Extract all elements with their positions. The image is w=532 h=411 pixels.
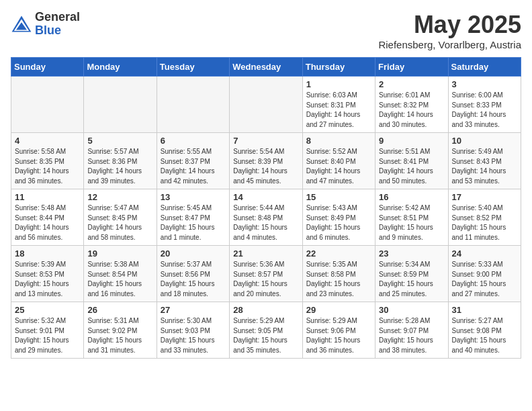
title-location: Riefensberg, Vorarlberg, Austria bbox=[378, 39, 521, 50]
day-info: Sunrise: 5:55 AMSunset: 8:37 PMDaylight:… bbox=[161, 147, 226, 186]
day-info: Sunrise: 5:45 AMSunset: 8:47 PMDaylight:… bbox=[161, 203, 226, 242]
day-number: 30 bbox=[379, 305, 444, 315]
logo-blue: Blue bbox=[35, 24, 80, 38]
calendar-table: SundayMondayTuesdayWednesdayThursdayFrid… bbox=[11, 57, 521, 359]
page-header: General Blue May 2025 Riefensberg, Vorar… bbox=[11, 11, 521, 50]
title-block: May 2025 Riefensberg, Vorarlberg, Austri… bbox=[378, 11, 521, 50]
calendar-week-row: 11Sunrise: 5:48 AMSunset: 8:44 PMDayligh… bbox=[11, 189, 521, 246]
day-info: Sunrise: 6:03 AMSunset: 8:31 PMDaylight:… bbox=[306, 91, 371, 130]
calendar-cell: 17Sunrise: 5:40 AMSunset: 8:52 PMDayligh… bbox=[448, 189, 521, 246]
day-number: 26 bbox=[87, 305, 152, 315]
weekday-header-wednesday: Wednesday bbox=[230, 58, 302, 77]
day-number: 12 bbox=[87, 192, 152, 202]
day-number: 31 bbox=[452, 305, 517, 315]
day-number: 9 bbox=[379, 136, 444, 146]
day-info: Sunrise: 5:31 AMSunset: 9:02 PMDaylight:… bbox=[87, 316, 152, 355]
calendar-cell: 7Sunrise: 5:54 AMSunset: 8:39 PMDaylight… bbox=[230, 133, 302, 189]
day-number: 7 bbox=[233, 136, 298, 146]
day-number: 18 bbox=[15, 248, 80, 259]
day-info: Sunrise: 5:47 AMSunset: 8:45 PMDaylight:… bbox=[87, 203, 152, 242]
day-number: 23 bbox=[379, 248, 444, 259]
day-info: Sunrise: 6:01 AMSunset: 8:32 PMDaylight:… bbox=[379, 91, 444, 130]
logo-text: General Blue bbox=[35, 11, 80, 38]
calendar-cell: 6Sunrise: 5:55 AMSunset: 8:37 PMDaylight… bbox=[157, 133, 229, 189]
day-info: Sunrise: 5:28 AMSunset: 9:07 PMDaylight:… bbox=[379, 316, 444, 355]
calendar-cell bbox=[84, 77, 157, 133]
day-number: 19 bbox=[87, 248, 152, 259]
calendar-cell: 27Sunrise: 5:30 AMSunset: 9:03 PMDayligh… bbox=[157, 302, 229, 359]
weekday-header-saturday: Saturday bbox=[448, 58, 521, 77]
day-info: Sunrise: 5:52 AMSunset: 8:40 PMDaylight:… bbox=[306, 147, 371, 186]
calendar-cell: 23Sunrise: 5:34 AMSunset: 8:59 PMDayligh… bbox=[375, 246, 448, 302]
day-info: Sunrise: 5:37 AMSunset: 8:56 PMDaylight:… bbox=[161, 260, 226, 299]
calendar-cell: 3Sunrise: 6:00 AMSunset: 8:33 PMDaylight… bbox=[448, 77, 521, 133]
calendar-cell: 1Sunrise: 6:03 AMSunset: 8:31 PMDaylight… bbox=[302, 77, 375, 133]
day-number: 11 bbox=[15, 192, 80, 202]
calendar-cell bbox=[157, 77, 229, 133]
day-number: 20 bbox=[161, 248, 226, 259]
day-info: Sunrise: 5:57 AMSunset: 8:36 PMDaylight:… bbox=[87, 147, 152, 186]
day-number: 2 bbox=[379, 79, 444, 89]
calendar-cell: 13Sunrise: 5:45 AMSunset: 8:47 PMDayligh… bbox=[157, 189, 229, 246]
day-number: 3 bbox=[452, 79, 517, 89]
day-info: Sunrise: 5:32 AMSunset: 9:01 PMDaylight:… bbox=[15, 316, 80, 355]
calendar-cell: 16Sunrise: 5:42 AMSunset: 8:51 PMDayligh… bbox=[375, 189, 448, 246]
day-info: Sunrise: 5:58 AMSunset: 8:35 PMDaylight:… bbox=[15, 147, 80, 186]
day-number: 4 bbox=[15, 136, 80, 146]
day-info: Sunrise: 6:00 AMSunset: 8:33 PMDaylight:… bbox=[452, 91, 517, 130]
day-number: 14 bbox=[233, 192, 298, 202]
day-info: Sunrise: 5:36 AMSunset: 8:57 PMDaylight:… bbox=[233, 260, 298, 299]
calendar-cell: 2Sunrise: 6:01 AMSunset: 8:32 PMDaylight… bbox=[375, 77, 448, 133]
calendar-cell: 12Sunrise: 5:47 AMSunset: 8:45 PMDayligh… bbox=[84, 189, 157, 246]
calendar-cell: 29Sunrise: 5:29 AMSunset: 9:06 PMDayligh… bbox=[302, 302, 375, 359]
day-number: 27 bbox=[161, 305, 226, 315]
day-number: 10 bbox=[452, 136, 517, 146]
calendar-cell: 15Sunrise: 5:43 AMSunset: 8:49 PMDayligh… bbox=[302, 189, 375, 246]
day-info: Sunrise: 5:39 AMSunset: 8:53 PMDaylight:… bbox=[15, 260, 80, 299]
calendar-cell: 21Sunrise: 5:36 AMSunset: 8:57 PMDayligh… bbox=[230, 246, 302, 302]
calendar-cell bbox=[11, 77, 84, 133]
day-number: 8 bbox=[306, 136, 371, 146]
day-info: Sunrise: 5:35 AMSunset: 8:58 PMDaylight:… bbox=[306, 260, 371, 299]
day-info: Sunrise: 5:40 AMSunset: 8:52 PMDaylight:… bbox=[452, 203, 517, 242]
day-number: 21 bbox=[233, 248, 298, 259]
calendar-week-row: 18Sunrise: 5:39 AMSunset: 8:53 PMDayligh… bbox=[11, 246, 521, 302]
calendar-cell: 20Sunrise: 5:37 AMSunset: 8:56 PMDayligh… bbox=[157, 246, 229, 302]
calendar-cell: 31Sunrise: 5:27 AMSunset: 9:08 PMDayligh… bbox=[448, 302, 521, 359]
calendar-cell: 24Sunrise: 5:33 AMSunset: 9:00 PMDayligh… bbox=[448, 246, 521, 302]
day-info: Sunrise: 5:27 AMSunset: 9:08 PMDaylight:… bbox=[452, 316, 517, 355]
day-info: Sunrise: 5:48 AMSunset: 8:44 PMDaylight:… bbox=[15, 203, 80, 242]
day-info: Sunrise: 5:49 AMSunset: 8:43 PMDaylight:… bbox=[452, 147, 517, 186]
calendar-cell: 9Sunrise: 5:51 AMSunset: 8:41 PMDaylight… bbox=[375, 133, 448, 189]
calendar-week-row: 4Sunrise: 5:58 AMSunset: 8:35 PMDaylight… bbox=[11, 133, 521, 189]
day-number: 6 bbox=[161, 136, 226, 146]
day-info: Sunrise: 5:34 AMSunset: 8:59 PMDaylight:… bbox=[379, 260, 444, 299]
calendar-cell: 8Sunrise: 5:52 AMSunset: 8:40 PMDaylight… bbox=[302, 133, 375, 189]
weekday-header-thursday: Thursday bbox=[302, 58, 375, 77]
calendar-cell bbox=[230, 77, 302, 133]
calendar-cell: 25Sunrise: 5:32 AMSunset: 9:01 PMDayligh… bbox=[11, 302, 84, 359]
day-number: 13 bbox=[161, 192, 226, 202]
day-number: 5 bbox=[87, 136, 152, 146]
calendar-cell: 5Sunrise: 5:57 AMSunset: 8:36 PMDaylight… bbox=[84, 133, 157, 189]
weekday-header-monday: Monday bbox=[84, 58, 157, 77]
day-info: Sunrise: 5:29 AMSunset: 9:06 PMDaylight:… bbox=[306, 316, 371, 355]
calendar-cell: 28Sunrise: 5:29 AMSunset: 9:05 PMDayligh… bbox=[230, 302, 302, 359]
title-month: May 2025 bbox=[378, 11, 521, 39]
day-number: 1 bbox=[306, 79, 371, 89]
calendar-week-row: 1Sunrise: 6:03 AMSunset: 8:31 PMDaylight… bbox=[11, 77, 521, 133]
day-info: Sunrise: 5:51 AMSunset: 8:41 PMDaylight:… bbox=[379, 147, 444, 186]
weekday-header-tuesday: Tuesday bbox=[157, 58, 229, 77]
day-info: Sunrise: 5:30 AMSunset: 9:03 PMDaylight:… bbox=[161, 316, 226, 355]
day-info: Sunrise: 5:42 AMSunset: 8:51 PMDaylight:… bbox=[379, 203, 444, 242]
calendar-cell: 22Sunrise: 5:35 AMSunset: 8:58 PMDayligh… bbox=[302, 246, 375, 302]
day-info: Sunrise: 5:43 AMSunset: 8:49 PMDaylight:… bbox=[306, 203, 371, 242]
calendar-week-row: 25Sunrise: 5:32 AMSunset: 9:01 PMDayligh… bbox=[11, 302, 521, 359]
day-number: 15 bbox=[306, 192, 371, 202]
logo: General Blue bbox=[11, 11, 80, 38]
day-info: Sunrise: 5:54 AMSunset: 8:39 PMDaylight:… bbox=[233, 147, 298, 186]
calendar-cell: 26Sunrise: 5:31 AMSunset: 9:02 PMDayligh… bbox=[84, 302, 157, 359]
day-info: Sunrise: 5:44 AMSunset: 8:48 PMDaylight:… bbox=[233, 203, 298, 242]
calendar-cell: 11Sunrise: 5:48 AMSunset: 8:44 PMDayligh… bbox=[11, 189, 84, 246]
calendar-cell: 19Sunrise: 5:38 AMSunset: 8:54 PMDayligh… bbox=[84, 246, 157, 302]
